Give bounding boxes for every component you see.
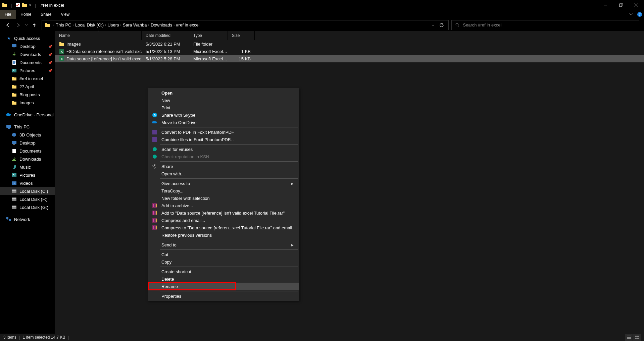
sidebar-quick-access[interactable]: ★ Quick access <box>0 34 55 42</box>
menu-item[interactable]: Add to archive... <box>148 202 299 209</box>
sidebar-item[interactable]: Videos <box>0 179 55 187</box>
title-bar: | ▾ | #ref in excel <box>0 0 644 10</box>
back-button[interactable] <box>3 20 13 30</box>
sidebar-onedrive[interactable]: OneDrive - Personal <box>0 111 55 119</box>
breadcrumb-bar[interactable]: › This PC›Local Disk (C:)›Users›Sara Wah… <box>42 20 449 30</box>
column-size[interactable]: Size <box>228 31 255 40</box>
sidebar-item[interactable]: Downloads📌 <box>0 50 55 58</box>
tab-share[interactable]: Share <box>36 10 56 19</box>
menu-item[interactable]: Properties <box>148 292 299 300</box>
breadcrumb-item[interactable]: Downloads <box>149 20 174 30</box>
menu-item[interactable]: Copy <box>148 258 299 266</box>
search-icon <box>455 23 459 27</box>
menu-item[interactable]: Restore previous versions <box>148 231 299 239</box>
menu-item[interactable]: Combine files in Foxit PhantomPDF... <box>148 136 299 143</box>
svg-rect-68 <box>155 211 155 215</box>
sidebar-item[interactable]: Local Disk (G:) <box>0 203 55 211</box>
pictures-icon <box>11 172 17 178</box>
sidebar-network[interactable]: Network <box>0 215 55 223</box>
sidebar-item[interactable]: 27 April <box>0 82 55 91</box>
sidebar-item[interactable]: #ref in excel <box>0 74 55 82</box>
menu-item[interactable]: New <box>148 97 299 104</box>
sidebar-item[interactable]: Downloads <box>0 155 55 163</box>
menu-item[interactable]: Compress and email... <box>148 217 299 224</box>
menu-item[interactable]: Send to▶ <box>148 241 299 248</box>
svg-rect-5 <box>604 5 607 5</box>
menu-item[interactable]: Create shortcut <box>148 268 299 275</box>
column-type[interactable]: Type <box>189 31 228 40</box>
breadcrumb-item[interactable]: Sara Wahba <box>121 20 148 30</box>
column-name[interactable]: ⌃Name <box>55 31 142 40</box>
column-date[interactable]: Date modified <box>142 31 189 40</box>
svg-text:X: X <box>61 57 63 61</box>
menu-item[interactable]: Open with... <box>148 170 299 177</box>
properties-icon[interactable] <box>15 2 20 8</box>
tab-file[interactable]: File <box>0 10 16 19</box>
menu-item[interactable]: Move to OneDrive <box>148 119 299 126</box>
downloads-icon <box>11 156 17 162</box>
sidebar-item[interactable]: Documents <box>0 147 55 155</box>
breadcrumb-root-icon[interactable] <box>44 20 52 30</box>
menu-item[interactable]: Rename <box>148 283 299 290</box>
sidebar-item[interactable]: Pictures📌 <box>0 66 55 74</box>
up-button[interactable] <box>30 20 39 30</box>
menu-item[interactable]: Cut <box>148 251 299 258</box>
menu-item[interactable]: Delete <box>148 275 299 283</box>
menu-item[interactable]: Scan for viruses <box>148 146 299 153</box>
sidebar-item[interactable]: Music <box>0 163 55 171</box>
folder-icon <box>11 76 17 81</box>
recent-dropdown-icon[interactable] <box>23 20 29 30</box>
menu-item[interactable]: Open <box>148 89 299 97</box>
sidebar-item[interactable]: 3D Objects <box>0 131 55 139</box>
details-view-icon[interactable] <box>625 334 633 341</box>
sidebar-item[interactable]: Images <box>0 99 55 107</box>
sidebar-item[interactable]: Local Disk (C:) <box>0 187 55 195</box>
sidebar-item[interactable]: Blog posts <box>0 91 55 99</box>
close-button[interactable] <box>629 0 644 10</box>
search-input[interactable] <box>463 22 636 27</box>
breadcrumb-item[interactable]: This PC <box>54 20 72 30</box>
menu-item[interactable]: New folder with selection <box>148 194 299 202</box>
forward-button[interactable] <box>13 20 23 30</box>
help-icon[interactable]: ? <box>637 12 642 17</box>
icons-view-icon[interactable] <box>633 334 641 341</box>
breadcrumb-dropdown-icon[interactable]: ⌄ <box>432 23 434 27</box>
svg-rect-26 <box>12 94 16 97</box>
svg-rect-81 <box>635 336 637 337</box>
maximize-button[interactable] <box>613 0 629 10</box>
menu-item[interactable]: Print <box>148 104 299 111</box>
menu-item[interactable]: Give access to▶ <box>148 180 299 187</box>
breadcrumb-item[interactable]: Users <box>106 20 120 30</box>
qat-icons: | ▾ | <box>2 2 38 8</box>
file-row[interactable]: Images5/3/2022 6:21 PMFile folder <box>55 40 644 48</box>
sidebar-item[interactable]: Documents📌 <box>0 58 55 66</box>
menu-item[interactable]: Convert to PDF in Foxit PhantomPDF <box>148 128 299 136</box>
tab-view[interactable]: View <box>56 10 74 19</box>
breadcrumb-item[interactable]: Local Disk (C:) <box>74 20 105 30</box>
menu-item[interactable]: SShare with Skype <box>148 111 299 119</box>
sidebar-this-pc[interactable]: This PC <box>0 123 55 131</box>
sidebar-item[interactable]: Desktop📌 <box>0 42 55 50</box>
refresh-button[interactable] <box>437 23 446 27</box>
menu-item[interactable]: Add to "Data source [reference] isn't va… <box>148 209 299 217</box>
svg-text:X: X <box>61 50 63 53</box>
pin-icon: 📌 <box>48 53 52 56</box>
ribbon-right: ? <box>627 10 644 19</box>
sidebar-item[interactable]: Local Disk (F:) <box>0 195 55 203</box>
minimize-button[interactable] <box>598 0 613 10</box>
disk-icon <box>11 196 17 202</box>
sidebar-item[interactable]: Pictures <box>0 171 55 179</box>
tab-home[interactable]: Home <box>16 10 36 19</box>
search-box[interactable] <box>451 20 639 30</box>
breadcrumb-item[interactable]: #ref in excel <box>175 20 201 30</box>
menu-item[interactable]: Share <box>148 163 299 170</box>
documents-icon <box>11 60 17 65</box>
svg-rect-72 <box>155 219 155 222</box>
menu-item[interactable]: TeraCopy... <box>148 187 299 194</box>
sidebar-item[interactable]: Desktop <box>0 139 55 147</box>
menu-item[interactable]: Compress to "Data source [referen...xcel… <box>148 224 299 231</box>
svg-rect-6 <box>619 4 622 7</box>
file-row[interactable]: X~$Data source reference isn't vaild exc… <box>55 48 644 55</box>
ribbon-expand-icon[interactable] <box>627 13 635 15</box>
file-row[interactable]: XData source [reference] isn't vaild exc… <box>55 55 644 62</box>
